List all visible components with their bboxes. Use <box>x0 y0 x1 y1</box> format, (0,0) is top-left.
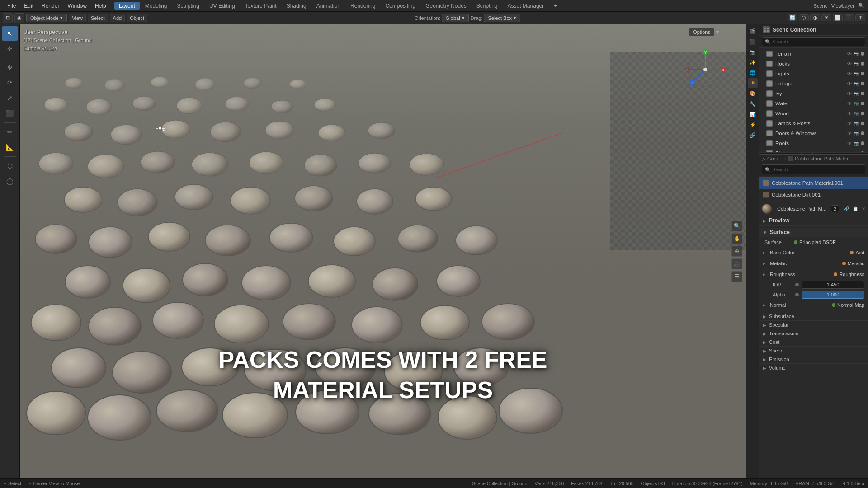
breadcrumb-grou[interactable]: Grou... <box>767 156 783 161</box>
mat-search-box[interactable]: 🔍 Search <box>762 164 865 174</box>
orbit-btn[interactable]: ⊕ <box>731 246 742 257</box>
layers-btn[interactable]: ☰ <box>731 271 742 282</box>
options-btn[interactable]: Options <box>689 28 714 36</box>
water-vis[interactable]: 👁 <box>846 100 853 107</box>
wood-vis[interactable]: 👁 <box>846 110 853 117</box>
doors-render[interactable]: 📷 <box>854 130 860 136</box>
tab-modeling[interactable]: Modeling <box>141 2 172 10</box>
metallic-row[interactable]: ▶ Metallic Metallic <box>759 258 868 269</box>
surface-header[interactable]: ▼ Surface <box>759 228 868 237</box>
ivy-render[interactable]: 📷 <box>854 90 860 97</box>
props-icon-modifier[interactable]: 🔧 <box>748 99 758 109</box>
menu-render[interactable]: Render <box>38 2 63 10</box>
tab-texture-paint[interactable]: Texture Paint <box>241 2 281 10</box>
viewport-shade-3[interactable]: ☀ <box>821 14 831 21</box>
collection-item-roofs[interactable]: Roofs 👁 📷 <box>759 138 868 148</box>
collection-item-foliage[interactable]: Foliage 👁 📷 <box>759 79 868 89</box>
coat-header[interactable]: ▶ Coat <box>759 338 868 347</box>
sheen-header[interactable]: ▶ Sheen <box>759 347 868 355</box>
mat-delete-icon[interactable]: ✕ <box>862 206 865 211</box>
orientation-dropdown[interactable]: Global ▾ <box>442 14 469 22</box>
tab-geometry-nodes[interactable]: Geometry Nodes <box>421 2 471 10</box>
tool-transform[interactable]: ⬛ <box>2 106 18 121</box>
terrain-render[interactable]: 📷 <box>854 51 860 57</box>
zoom-btn[interactable]: 🔍 <box>731 221 742 231</box>
tab-layout[interactable]: Layout <box>114 2 140 10</box>
tab-compositing[interactable]: Compositing <box>381 2 420 10</box>
ivy-vis[interactable]: 👁 <box>846 90 853 97</box>
props-icon-object[interactable]: 👁 <box>748 78 758 88</box>
viewport-shade-4[interactable]: ⬜ <box>833 14 843 21</box>
collection-search-box[interactable]: 🔍 Search <box>762 37 865 46</box>
collection-item-rocks[interactable]: Rocks 👁 📷 <box>759 59 868 69</box>
lamps-vis[interactable]: 👁 <box>846 120 853 127</box>
menu-edit[interactable]: Edit <box>20 2 37 10</box>
mat-copy-icon[interactable]: 📋 <box>853 206 858 211</box>
collection-item-terrain[interactable]: Terrain 👁 📷 <box>759 49 868 59</box>
material-item-cobblestone-path[interactable]: Cobblestone Path Material.001 <box>759 177 868 189</box>
tab-scripting[interactable]: Scripting <box>472 2 502 10</box>
axes-gizmo[interactable]: X Y Z -X <box>685 49 721 85</box>
foliage-render[interactable]: 📷 <box>854 80 860 87</box>
volume-header[interactable]: ▶ Volume <box>759 364 868 372</box>
viewport-shade-2[interactable]: ◑ <box>810 14 820 21</box>
foliage-vis[interactable]: 👁 <box>846 80 853 87</box>
roofs-render[interactable]: 📷 <box>854 140 860 146</box>
props-icon-physics[interactable]: ⚡ <box>748 120 758 130</box>
select-btn[interactable]: Select <box>88 14 108 22</box>
view-btn[interactable]: View <box>69 14 86 22</box>
tab-sculpting[interactable]: Sculpting <box>173 2 204 10</box>
props-icon-particles[interactable]: 📊 <box>748 109 758 119</box>
header-search-icon[interactable]: 🔍 <box>858 3 864 9</box>
breadcrumb-mat[interactable]: Cobblestone Path Materi... <box>795 156 854 161</box>
collection-item-wood[interactable]: Wood 👁 📷 <box>759 108 868 118</box>
roughness-row[interactable]: ▶ Roughness Roughness <box>759 269 868 280</box>
collection-item-lights[interactable]: Lights 👁 📷 <box>759 69 868 79</box>
tab-rendering[interactable]: Rendering <box>346 2 380 10</box>
specular-header[interactable]: ▶ Specular <box>759 321 868 329</box>
alpha-value[interactable]: 1.000 <box>802 291 864 299</box>
render-btn[interactable]: 🔄 <box>788 14 797 21</box>
props-icon-render[interactable]: ⬛ <box>748 37 758 47</box>
viewport-gizmo-btn[interactable]: ⊕ <box>855 14 865 21</box>
rocks-vis[interactable]: 👁 <box>846 61 853 67</box>
lights-render[interactable]: 📷 <box>854 70 860 77</box>
tool-move[interactable]: ✥ <box>2 60 18 75</box>
lamps-render[interactable]: 📷 <box>854 120 860 127</box>
tab-add[interactable]: + <box>549 2 561 10</box>
tab-shading[interactable]: Shading <box>282 2 311 10</box>
mat-link-icon[interactable]: 🔗 <box>844 206 849 211</box>
rocks-render[interactable]: 📷 <box>854 61 860 67</box>
props-icon-constraints[interactable]: 🔗 <box>748 130 758 140</box>
props-icon-view[interactable]: ✨ <box>748 57 758 67</box>
tool-rotate[interactable]: ⟳ <box>2 75 18 90</box>
viewport-overlay[interactable]: ☰ <box>844 14 854 21</box>
doors-vis[interactable]: 👁 <box>846 130 853 136</box>
tab-asset-manager[interactable]: Asset Manager <box>503 2 549 10</box>
transmission-header[interactable]: ▶ Transmission <box>759 329 868 338</box>
preview-header[interactable]: ▶ Preview <box>759 216 868 225</box>
ior-value[interactable]: 1.450 <box>802 281 864 289</box>
base-color-row[interactable]: ▶ Base Color Add <box>759 247 868 258</box>
add-btn[interactable]: Add <box>110 14 125 22</box>
viewport-shade-1[interactable]: ⬡ <box>799 14 809 21</box>
collection-item-water[interactable]: Water 👁 📷 <box>759 99 868 108</box>
tool-measure[interactable]: 📐 <box>2 140 18 155</box>
viewport-3d[interactable]: User Perspective (17) Scene Collection |… <box>20 24 746 478</box>
normal-row[interactable]: ▶ Normal Normal Map <box>759 300 868 310</box>
collection-item-ivy[interactable]: Ivy 👁 📷 <box>759 89 868 99</box>
props-icon-world[interactable]: 🌐 <box>748 68 758 78</box>
terrain-vis[interactable]: 👁 <box>846 51 853 57</box>
tab-animation[interactable]: Animation <box>312 2 345 10</box>
material-item-cobblestone-dirt[interactable]: Cobblestone Dirt.001 <box>759 189 868 201</box>
props-icon-output[interactable]: 📷 <box>748 47 758 57</box>
object-mode-dropdown[interactable]: Object Mode ▾ <box>26 14 67 22</box>
cam-btn[interactable]: 🎥 <box>731 258 742 269</box>
roofs-vis[interactable]: 👁 <box>846 140 853 146</box>
subsurface-header[interactable]: ▶ Subsurface <box>759 312 868 321</box>
pan-btn[interactable]: ✋ <box>731 233 742 244</box>
props-icon-material[interactable]: 🎨 <box>748 89 758 99</box>
tool-cursor[interactable]: ✛ <box>2 42 18 56</box>
toolbar-icon-btn-2[interactable]: ◉ <box>14 13 24 23</box>
lights-vis[interactable]: 👁 <box>846 70 853 77</box>
